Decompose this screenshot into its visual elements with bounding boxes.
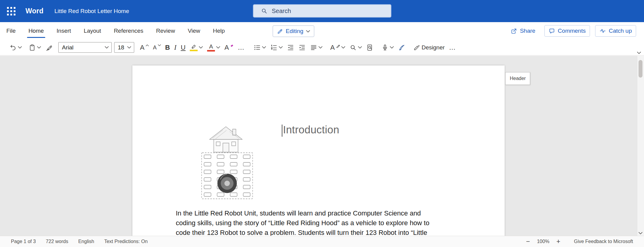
find-button[interactable] [347,41,364,54]
style-pen-icon [336,44,340,48]
search-document-button[interactable] [364,41,376,54]
undo-icon [9,44,17,51]
editor-pen-icon [398,44,405,51]
document-canvas[interactable]: Introduction In the Little Red Robot Uni… [0,56,644,236]
font-size-select[interactable]: 18 [114,42,134,53]
designer-icon [413,44,421,51]
comments-button[interactable]: Comments [544,25,590,37]
catch-up-button[interactable]: Catch up [595,25,636,37]
font-name-value: Arial [62,44,73,51]
format-painter-button[interactable] [43,41,55,54]
scrollbar-thumb[interactable] [639,60,642,78]
editing-mode-label: Editing [286,28,303,35]
editing-mode-button[interactable]: Editing [273,25,314,37]
font-color-label: A [209,44,213,49]
activity-pulse-icon [599,28,606,34]
clipboard-icon [29,44,36,51]
more-font-options-button[interactable]: … [236,41,247,54]
search-input[interactable]: Search [253,4,391,18]
highlighter-icon [190,44,197,49]
text-cursor [282,125,282,137]
align-text-icon [310,44,317,51]
chevron-down-icon [639,232,642,235]
shrink-font-button[interactable]: A [151,41,163,54]
catch-up-label: Catch up [609,28,632,34]
tab-help[interactable]: Help [206,22,231,40]
numbering-button[interactable] [268,41,285,54]
chevron-down-icon [358,46,362,49]
chevron-down-icon [199,46,203,49]
more-commands-label: … [449,44,456,51]
chevron-down-icon [18,46,22,49]
bullets-button[interactable] [251,41,268,54]
editor-button[interactable] [396,41,407,54]
body-line[interactable]: code their 123 Robot to solve a problem.… [176,228,458,236]
tab-file[interactable]: File [0,22,22,40]
feedback-link[interactable]: Give Feedback to Microsoft [574,239,633,244]
zoom-out-button[interactable]: − [526,238,530,245]
document-page[interactable]: Introduction In the Little Red Robot Uni… [132,65,505,236]
share-button[interactable]: Share [507,25,539,37]
share-icon [511,28,517,34]
text-highlight-button[interactable] [188,41,205,54]
bold-button[interactable]: B [163,41,172,54]
grow-font-button[interactable]: A [138,41,151,54]
styles-button[interactable]: A [328,41,347,54]
more-ribbon-commands-button[interactable]: … [447,41,458,54]
increase-indent-button[interactable] [296,41,308,54]
underline-button[interactable]: U [179,41,188,54]
tab-review[interactable]: Review [150,22,181,40]
italic-button[interactable]: I [172,41,179,54]
document-body-paragraph[interactable]: In the Little Red Robot Unit, students w… [176,209,458,236]
eraser-icon [230,44,233,47]
document-search-icon [366,44,373,51]
tab-home[interactable]: Home [22,22,50,40]
chevron-down-icon [637,52,641,54]
font-color-button[interactable]: A [205,41,222,54]
robot-illustration [217,174,237,193]
font-name-select[interactable]: Arial [58,42,112,53]
collapse-ribbon-button[interactable] [637,52,641,54]
app-launcher-icon[interactable] [5,5,17,17]
alignment-button[interactable] [308,41,325,54]
body-line[interactable]: In the Little Red Robot Unit, students w… [176,209,458,218]
text-predictions-toggle[interactable]: Text Predictions: On [104,239,148,244]
language-indicator[interactable]: English [78,239,94,244]
header-tag[interactable]: Header [505,72,530,85]
paste-button[interactable] [26,41,43,54]
page-count[interactable]: Page 1 of 3 [11,239,36,244]
dictate-button[interactable] [379,41,396,54]
decrease-indent-button[interactable] [285,41,296,54]
vertical-scrollbar[interactable] [637,56,644,236]
highlight-color-swatch [190,50,198,51]
document-heading[interactable]: Introduction [283,124,339,136]
grow-font-label: A [140,44,145,51]
app-name: Word [26,7,43,15]
tab-references[interactable]: References [107,22,150,40]
tab-insert[interactable]: Insert [50,22,77,40]
zoom-in-button[interactable]: + [556,238,560,245]
scroll-down-button[interactable] [639,232,642,235]
document-image[interactable] [200,125,254,201]
chevron-down-icon [306,30,310,33]
designer-button[interactable]: Designer [411,41,447,54]
chevron-down-icon [127,46,131,49]
document-title[interactable]: Little Red Robot Letter Home [54,8,129,15]
body-line[interactable]: coding skills, using the story of “Littl… [176,218,458,228]
shrink-font-label: A [153,45,157,50]
zoom-level[interactable]: 100% [537,239,549,244]
microphone-icon [381,44,389,51]
styles-label: A [330,44,335,51]
ribbon-tab-row: File Home Insert Layout References Revie… [0,22,644,40]
italic-label: I [174,44,177,51]
chevron-down-icon [216,46,220,49]
chevron-down-icon [341,46,345,49]
document-heading-block[interactable]: Introduction [283,124,339,136]
search-placeholder: Search [272,8,291,15]
word-count[interactable]: 722 words [46,239,68,244]
undo-button[interactable] [7,41,24,54]
clear-formatting-button[interactable]: A [222,41,236,54]
ribbon-toolbar: Arial 18 A A B I U A [0,40,644,55]
tab-view[interactable]: View [181,22,206,40]
tab-layout[interactable]: Layout [77,22,107,40]
